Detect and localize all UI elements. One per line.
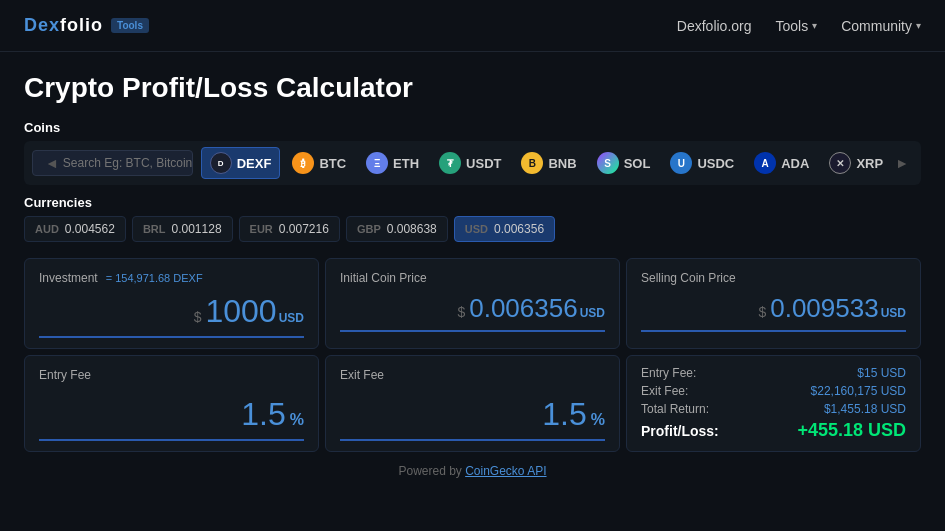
nav-community[interactable]: Community ▾ xyxy=(841,18,921,34)
investment-value-row: $ 1000 USD xyxy=(39,293,304,338)
arrow-right-icon[interactable]: ► xyxy=(891,155,913,171)
total-return-result-line: Total Return: $1,455.18 USD xyxy=(641,402,906,416)
btc-icon: ₿ xyxy=(292,152,314,174)
selling-price-dollar: $ xyxy=(758,304,766,320)
currency-eur[interactable]: EUR 0.007216 xyxy=(239,216,340,242)
gbp-value: 0.008638 xyxy=(387,222,437,236)
coin-usdc[interactable]: U USDC xyxy=(662,148,742,178)
coin-dexf[interactable]: D DEXF xyxy=(201,147,281,179)
profit-loss-label: Profit/Loss: xyxy=(641,423,719,439)
entry-fee-value: 1.5 xyxy=(241,396,285,433)
calculator-grid-top: Investment = 154,971.68 DEXF $ 1000 USD … xyxy=(24,258,921,349)
exit-fee-result-label: Exit Fee: xyxy=(641,384,688,398)
coin-label-ada: ADA xyxy=(781,156,809,171)
entry-fee-result-value: $15 USD xyxy=(857,366,906,380)
coin-label-sol: SOL xyxy=(624,156,651,171)
usd-value: 0.006356 xyxy=(494,222,544,236)
aud-value: 0.004562 xyxy=(65,222,115,236)
profit-loss-value: +455.18 USD xyxy=(797,420,906,441)
currency-usd[interactable]: USD 0.006356 xyxy=(454,216,555,242)
exit-fee-result-line: Exit Fee: $22,160,175 USD xyxy=(641,384,906,398)
coin-btc[interactable]: ₿ BTC xyxy=(284,148,354,178)
investment-dollar: $ xyxy=(194,309,202,325)
page-title: Crypto Profit/Loss Calculator xyxy=(24,72,921,104)
nav-dexfolio[interactable]: Dexfolio.org xyxy=(677,18,752,34)
coin-label-bnb: BNB xyxy=(548,156,576,171)
profit-loss-line: Profit/Loss: +455.18 USD xyxy=(641,420,906,441)
total-return-value: $1,455.18 USD xyxy=(824,402,906,416)
footer: Powered by CoinGecko API xyxy=(24,452,921,484)
selling-price-value: 0.009533 xyxy=(770,293,878,324)
exit-fee-value-row: 1.5 % xyxy=(340,396,605,441)
chevron-down-icon: ▾ xyxy=(812,20,817,31)
eur-label: EUR xyxy=(250,223,273,235)
arrow-left-icon[interactable]: ◄ xyxy=(41,155,63,171)
initial-price-label: Initial Coin Price xyxy=(340,271,605,285)
entry-fee-card: Entry Fee 1.5 % xyxy=(24,355,319,452)
entry-fee-label: Entry Fee xyxy=(39,368,304,382)
coin-sol[interactable]: S SOL xyxy=(589,148,659,178)
coin-eth[interactable]: Ξ ETH xyxy=(358,148,427,178)
initial-price-value: 0.006356 xyxy=(469,293,577,324)
coin-ada[interactable]: A ADA xyxy=(746,148,817,178)
coins-section-label: Coins xyxy=(24,120,921,135)
coin-label-xrp: XRP xyxy=(856,156,883,171)
investment-card: Investment = 154,971.68 DEXF $ 1000 USD xyxy=(24,258,319,349)
selling-price-value-row: $ 0.009533 USD xyxy=(641,293,906,332)
usdt-icon: ₮ xyxy=(439,152,461,174)
tools-badge: Tools xyxy=(111,18,149,33)
coin-bnb[interactable]: B BNB xyxy=(513,148,584,178)
exit-fee-value: 1.5 xyxy=(542,396,586,433)
coin-label-usdc: USDC xyxy=(697,156,734,171)
nav-links: Dexfolio.org Tools ▾ Community ▾ xyxy=(677,18,921,34)
coin-label-btc: BTC xyxy=(319,156,346,171)
initial-price-value-row: $ 0.006356 USD xyxy=(340,293,605,332)
coin-xrp[interactable]: ✕ XRP xyxy=(821,148,891,178)
nav-tools[interactable]: Tools ▾ xyxy=(776,18,818,34)
investment-sublabel: = 154,971.68 DEXF xyxy=(106,272,203,284)
eth-icon: Ξ xyxy=(366,152,388,174)
usdc-icon: U xyxy=(670,152,692,174)
exit-fee-result-value: $22,160,175 USD xyxy=(811,384,906,398)
logo-accent: Dex xyxy=(24,15,60,35)
selling-price-unit: USD xyxy=(881,306,906,320)
coingecko-api-link[interactable]: CoinGecko API xyxy=(465,464,546,478)
chevron-down-icon: ▾ xyxy=(916,20,921,31)
exit-fee-label: Exit Fee xyxy=(340,368,605,382)
selling-price-label: Selling Coin Price xyxy=(641,271,906,285)
dexf-icon: D xyxy=(210,152,232,174)
entry-fee-result-label: Entry Fee: xyxy=(641,366,696,380)
entry-fee-value-row: 1.5 % xyxy=(39,396,304,441)
currencies-section-label: Currencies xyxy=(24,195,921,210)
usd-label: USD xyxy=(465,223,488,235)
total-return-label: Total Return: xyxy=(641,402,709,416)
coin-list: D DEXF ₿ BTC Ξ ETH ₮ USDT B BNB S SOL xyxy=(201,147,891,179)
currency-gbp[interactable]: GBP 0.008638 xyxy=(346,216,448,242)
coin-label-dexf: DEXF xyxy=(237,156,272,171)
entry-fee-result-line: Entry Fee: $15 USD xyxy=(641,366,906,380)
brl-value: 0.001128 xyxy=(172,222,222,236)
currency-aud[interactable]: AUD 0.004562 xyxy=(24,216,126,242)
exit-fee-unit: % xyxy=(591,411,605,429)
logo-area: Dexfolio Tools xyxy=(24,15,149,36)
coin-usdt[interactable]: ₮ USDT xyxy=(431,148,509,178)
coins-row: ◄ D DEXF ₿ BTC Ξ ETH ₮ USDT B BNB xyxy=(24,141,921,185)
investment-label: Investment = 154,971.68 DEXF xyxy=(39,271,304,285)
investment-value: 1000 xyxy=(205,293,276,330)
entry-fee-unit: % xyxy=(290,411,304,429)
search-input[interactable] xyxy=(63,156,193,170)
eur-value: 0.007216 xyxy=(279,222,329,236)
xrp-icon: ✕ xyxy=(829,152,851,174)
selling-coin-price-card: Selling Coin Price $ 0.009533 USD xyxy=(626,258,921,349)
coin-label-eth: ETH xyxy=(393,156,419,171)
initial-price-dollar: $ xyxy=(457,304,465,320)
logo: Dexfolio xyxy=(24,15,103,36)
aud-label: AUD xyxy=(35,223,59,235)
initial-price-unit: USD xyxy=(580,306,605,320)
ada-icon: A xyxy=(754,152,776,174)
currencies-row: AUD 0.004562 BRL 0.001128 EUR 0.007216 G… xyxy=(24,216,921,242)
main-content: Crypto Profit/Loss Calculator Coins ◄ D … xyxy=(0,52,945,494)
search-input-wrap[interactable]: ◄ xyxy=(32,150,193,176)
exit-fee-card: Exit Fee 1.5 % xyxy=(325,355,620,452)
currency-brl[interactable]: BRL 0.001128 xyxy=(132,216,233,242)
